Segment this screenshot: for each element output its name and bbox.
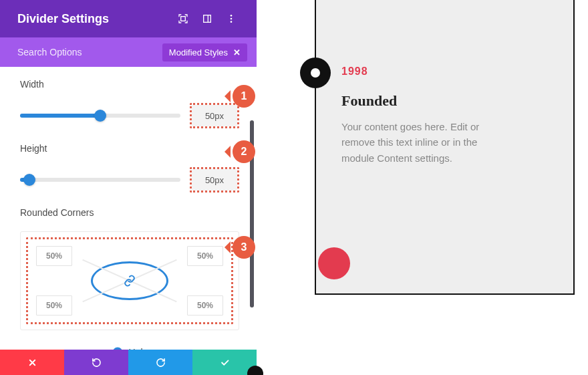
- rounded-corners-highlight: [26, 237, 233, 324]
- corner-bl-input[interactable]: [36, 295, 72, 316]
- more-icon[interactable]: [219, 7, 243, 31]
- timeline-title: Founded: [341, 92, 495, 110]
- action-bar: [0, 350, 257, 375]
- divider-shape[interactable]: [318, 247, 350, 279]
- undo-button[interactable]: [64, 350, 128, 375]
- width-slider[interactable]: [20, 114, 180, 118]
- rounded-corners-box: [20, 231, 239, 330]
- expand-icon[interactable]: [171, 7, 195, 31]
- corner-br-input[interactable]: [187, 295, 223, 316]
- timeline-year: 1998: [341, 66, 368, 78]
- preview-canvas: 1998 Founded Your content goes here. Edi…: [315, 0, 575, 295]
- width-slider-thumb[interactable]: [94, 110, 106, 122]
- cancel-button[interactable]: [0, 350, 64, 375]
- timeline-node: [300, 57, 331, 88]
- svg-point-4: [231, 18, 233, 20]
- redo-button[interactable]: [128, 350, 192, 375]
- height-value-input[interactable]: [192, 169, 237, 191]
- height-slider-thumb[interactable]: [23, 174, 35, 186]
- width-value-input[interactable]: [192, 105, 237, 126]
- callout-marker-1: 1: [233, 85, 255, 108]
- svg-point-5: [231, 21, 233, 23]
- search-bar: Modified Styles ✕: [0, 37, 257, 67]
- filter-tag-label: Modified Styles: [169, 47, 228, 57]
- panel-header: Divider Settings: [0, 0, 257, 37]
- svg-rect-0: [181, 17, 186, 21]
- callout-marker-2: 2: [233, 140, 255, 163]
- panel-body: Width Height: [0, 67, 257, 374]
- timeline-content[interactable]: Founded Your content goes here. Edit or …: [341, 92, 495, 166]
- corner-tl-input[interactable]: [36, 246, 72, 266]
- layout-icon[interactable]: [195, 7, 219, 31]
- timeline-node-dot: [311, 68, 320, 78]
- link-corners-button[interactable]: [91, 261, 168, 300]
- height-label: Height: [20, 143, 239, 154]
- width-field: Width: [20, 79, 239, 128]
- close-icon[interactable]: ✕: [233, 47, 241, 57]
- rounded-corners-label: Rounded Corners: [20, 207, 239, 218]
- svg-rect-1: [204, 15, 211, 23]
- search-input[interactable]: [17, 47, 162, 57]
- settings-panel: Divider Settings Modified Styles ✕ Width: [0, 0, 257, 375]
- timeline-text: Your content goes here. Edit or remove t…: [341, 119, 495, 166]
- filter-tag[interactable]: Modified Styles ✕: [162, 43, 247, 61]
- corner-tr-input[interactable]: [187, 246, 223, 266]
- panel-title: Divider Settings: [17, 12, 171, 26]
- rounded-corners-field: Rounded Corners: [20, 207, 239, 330]
- height-slider[interactable]: [20, 178, 180, 182]
- width-label: Width: [20, 79, 239, 90]
- callout-marker-3: 3: [233, 236, 255, 259]
- drag-handle-icon[interactable]: [247, 366, 263, 375]
- svg-point-3: [231, 15, 233, 17]
- width-slider-fill: [20, 114, 100, 118]
- height-field: Height: [20, 143, 239, 193]
